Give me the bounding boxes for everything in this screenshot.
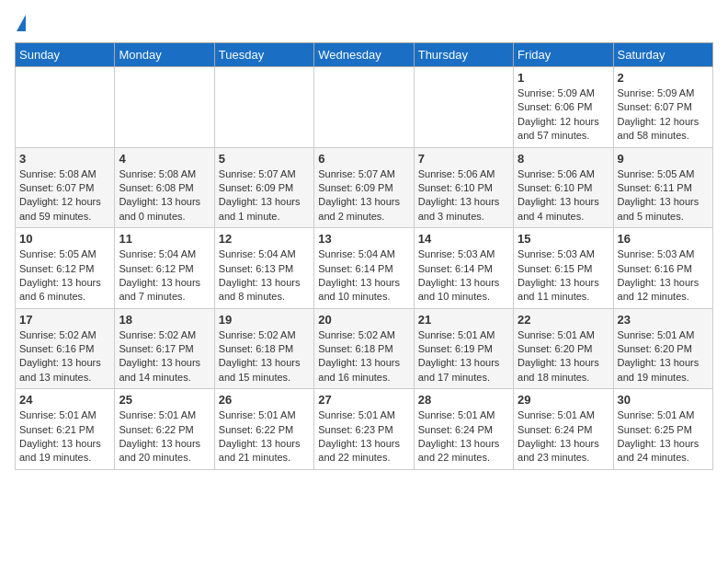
calendar-header-sunday: Sunday — [16, 43, 115, 67]
calendar-week-row: 3Sunrise: 5:08 AMSunset: 6:07 PMDaylight… — [16, 147, 713, 228]
day-info: Sunrise: 5:02 AMSunset: 6:16 PMDaylight:… — [19, 328, 110, 385]
day-number: 2 — [618, 71, 709, 85]
calendar-cell: 28Sunrise: 5:01 AMSunset: 6:24 PMDayligh… — [414, 389, 513, 470]
day-number: 17 — [19, 313, 110, 327]
day-info: Sunrise: 5:04 AMSunset: 6:13 PMDaylight:… — [219, 247, 310, 304]
day-info: Sunrise: 5:01 AMSunset: 6:21 PMDaylight:… — [19, 408, 110, 465]
day-number: 1 — [518, 71, 609, 85]
day-number: 30 — [618, 393, 709, 407]
day-number: 4 — [119, 152, 210, 166]
day-number: 15 — [518, 232, 609, 246]
calendar-cell: 18Sunrise: 5:02 AMSunset: 6:17 PMDayligh… — [115, 308, 214, 389]
calendar-cell — [214, 67, 313, 148]
calendar-cell — [414, 67, 513, 148]
calendar-cell: 1Sunrise: 5:09 AMSunset: 6:06 PMDaylight… — [514, 67, 613, 148]
day-info: Sunrise: 5:07 AMSunset: 6:09 PMDaylight:… — [318, 167, 409, 224]
day-number: 8 — [518, 152, 609, 166]
day-number: 20 — [318, 313, 409, 327]
day-info: Sunrise: 5:03 AMSunset: 6:16 PMDaylight:… — [618, 247, 709, 304]
day-number: 12 — [219, 232, 310, 246]
logo-triangle-icon — [17, 15, 26, 31]
day-info: Sunrise: 5:04 AMSunset: 6:14 PMDaylight:… — [318, 247, 409, 304]
calendar-cell: 11Sunrise: 5:04 AMSunset: 6:12 PMDayligh… — [115, 228, 214, 309]
day-number: 27 — [318, 393, 409, 407]
calendar-cell: 19Sunrise: 5:02 AMSunset: 6:18 PMDayligh… — [214, 308, 313, 389]
day-number: 14 — [418, 232, 509, 246]
day-number: 22 — [518, 313, 609, 327]
calendar-header-monday: Monday — [115, 43, 214, 67]
calendar-cell: 12Sunrise: 5:04 AMSunset: 6:13 PMDayligh… — [214, 228, 313, 309]
day-number: 6 — [318, 152, 409, 166]
calendar-cell: 26Sunrise: 5:01 AMSunset: 6:22 PMDayligh… — [214, 389, 313, 470]
day-info: Sunrise: 5:01 AMSunset: 6:23 PMDaylight:… — [318, 408, 409, 465]
calendar-cell: 5Sunrise: 5:07 AMSunset: 6:09 PMDaylight… — [214, 147, 313, 228]
calendar-cell: 23Sunrise: 5:01 AMSunset: 6:20 PMDayligh… — [613, 308, 712, 389]
day-info: Sunrise: 5:01 AMSunset: 6:25 PMDaylight:… — [618, 408, 709, 465]
day-number: 11 — [119, 232, 210, 246]
day-info: Sunrise: 5:01 AMSunset: 6:20 PMDaylight:… — [618, 328, 709, 385]
day-info: Sunrise: 5:08 AMSunset: 6:08 PMDaylight:… — [119, 167, 210, 224]
calendar-cell: 29Sunrise: 5:01 AMSunset: 6:24 PMDayligh… — [514, 389, 613, 470]
day-number: 23 — [618, 313, 709, 327]
calendar-cell: 21Sunrise: 5:01 AMSunset: 6:19 PMDayligh… — [414, 308, 513, 389]
day-number: 19 — [219, 313, 310, 327]
day-number: 16 — [618, 232, 709, 246]
day-number: 26 — [219, 393, 310, 407]
calendar-header-row: SundayMondayTuesdayWednesdayThursdayFrid… — [16, 43, 713, 67]
day-number: 3 — [19, 152, 110, 166]
day-info: Sunrise: 5:01 AMSunset: 6:22 PMDaylight:… — [119, 408, 210, 465]
calendar-header-saturday: Saturday — [613, 43, 712, 67]
calendar-header-friday: Friday — [514, 43, 613, 67]
day-info: Sunrise: 5:05 AMSunset: 6:11 PMDaylight:… — [618, 167, 709, 224]
day-number: 25 — [119, 393, 210, 407]
calendar-cell: 2Sunrise: 5:09 AMSunset: 6:07 PMDaylight… — [613, 67, 712, 148]
calendar-table: SundayMondayTuesdayWednesdayThursdayFrid… — [15, 42, 713, 470]
calendar-cell: 17Sunrise: 5:02 AMSunset: 6:16 PMDayligh… — [16, 308, 115, 389]
calendar-cell — [16, 67, 115, 148]
calendar-week-row: 10Sunrise: 5:05 AMSunset: 6:12 PMDayligh… — [16, 228, 713, 309]
day-info: Sunrise: 5:02 AMSunset: 6:18 PMDaylight:… — [318, 328, 409, 385]
calendar-cell: 16Sunrise: 5:03 AMSunset: 6:16 PMDayligh… — [613, 228, 712, 309]
day-info: Sunrise: 5:02 AMSunset: 6:17 PMDaylight:… — [119, 328, 210, 385]
calendar-cell: 13Sunrise: 5:04 AMSunset: 6:14 PMDayligh… — [314, 228, 414, 309]
day-info: Sunrise: 5:01 AMSunset: 6:19 PMDaylight:… — [418, 328, 509, 385]
day-number: 5 — [219, 152, 310, 166]
calendar-cell: 24Sunrise: 5:01 AMSunset: 6:21 PMDayligh… — [16, 389, 115, 470]
calendar-cell — [115, 67, 214, 148]
calendar-cell: 3Sunrise: 5:08 AMSunset: 6:07 PMDaylight… — [16, 147, 115, 228]
day-info: Sunrise: 5:01 AMSunset: 6:20 PMDaylight:… — [518, 328, 609, 385]
day-number: 18 — [119, 313, 210, 327]
day-number: 10 — [19, 232, 110, 246]
logo — [15, 15, 26, 31]
calendar-cell: 10Sunrise: 5:05 AMSunset: 6:12 PMDayligh… — [16, 228, 115, 309]
day-info: Sunrise: 5:06 AMSunset: 6:10 PMDaylight:… — [518, 167, 609, 224]
day-number: 28 — [418, 393, 509, 407]
calendar-header-wednesday: Wednesday — [314, 43, 414, 67]
calendar-week-row: 17Sunrise: 5:02 AMSunset: 6:16 PMDayligh… — [16, 308, 713, 389]
day-info: Sunrise: 5:09 AMSunset: 6:07 PMDaylight:… — [618, 86, 709, 144]
day-info: Sunrise: 5:02 AMSunset: 6:18 PMDaylight:… — [219, 328, 310, 385]
day-info: Sunrise: 5:01 AMSunset: 6:24 PMDaylight:… — [418, 408, 509, 465]
calendar-header-tuesday: Tuesday — [214, 43, 313, 67]
day-info: Sunrise: 5:09 AMSunset: 6:06 PMDaylight:… — [518, 86, 609, 144]
day-info: Sunrise: 5:06 AMSunset: 6:10 PMDaylight:… — [418, 167, 509, 224]
day-info: Sunrise: 5:01 AMSunset: 6:22 PMDaylight:… — [219, 408, 310, 465]
day-info: Sunrise: 5:01 AMSunset: 6:24 PMDaylight:… — [518, 408, 609, 465]
day-info: Sunrise: 5:07 AMSunset: 6:09 PMDaylight:… — [219, 167, 310, 224]
calendar-cell: 14Sunrise: 5:03 AMSunset: 6:14 PMDayligh… — [414, 228, 513, 309]
calendar-cell — [314, 67, 414, 148]
day-number: 29 — [518, 393, 609, 407]
page-header — [15, 15, 713, 31]
calendar-cell: 27Sunrise: 5:01 AMSunset: 6:23 PMDayligh… — [314, 389, 414, 470]
day-info: Sunrise: 5:05 AMSunset: 6:12 PMDaylight:… — [19, 247, 110, 304]
day-info: Sunrise: 5:04 AMSunset: 6:12 PMDaylight:… — [119, 247, 210, 304]
day-info: Sunrise: 5:03 AMSunset: 6:15 PMDaylight:… — [518, 247, 609, 304]
day-info: Sunrise: 5:08 AMSunset: 6:07 PMDaylight:… — [19, 167, 110, 224]
calendar-cell: 25Sunrise: 5:01 AMSunset: 6:22 PMDayligh… — [115, 389, 214, 470]
calendar-cell: 30Sunrise: 5:01 AMSunset: 6:25 PMDayligh… — [613, 389, 712, 470]
day-number: 24 — [19, 393, 110, 407]
calendar-cell: 8Sunrise: 5:06 AMSunset: 6:10 PMDaylight… — [514, 147, 613, 228]
calendar-cell: 6Sunrise: 5:07 AMSunset: 6:09 PMDaylight… — [314, 147, 414, 228]
calendar-week-row: 24Sunrise: 5:01 AMSunset: 6:21 PMDayligh… — [16, 389, 713, 470]
day-number: 7 — [418, 152, 509, 166]
